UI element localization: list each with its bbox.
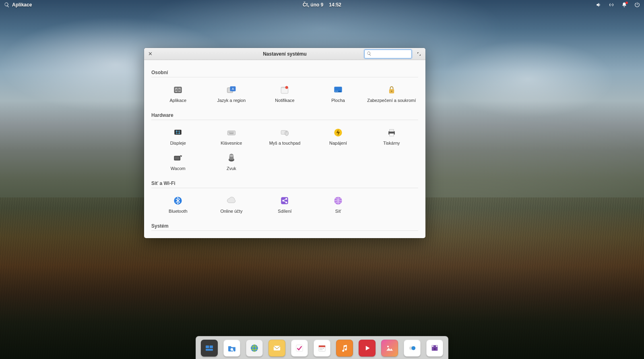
svg-rect-21: [229, 132, 229, 133]
panel-date[interactable]: Čt, úno 9: [303, 2, 323, 8]
volume-icon[interactable]: [596, 2, 601, 8]
search-input[interactable]: [373, 52, 409, 56]
settings-item-keyboard[interactable]: Klávesnice: [205, 124, 258, 149]
svg-point-9: [285, 86, 288, 89]
settings-item-printers[interactable]: Tiskárny: [365, 124, 418, 149]
notifications-settings-icon: [279, 84, 291, 96]
item-label: Displeje: [170, 141, 186, 145]
accessibility-icon: [279, 237, 291, 238]
svg-rect-17: [175, 130, 182, 135]
settings-item-displays[interactable]: Displeje: [151, 124, 205, 149]
svg-rect-55: [206, 349, 213, 351]
svg-rect-26: [229, 133, 234, 134]
notifications-icon[interactable]: [621, 2, 627, 8]
settings-item-security-privacy[interactable]: Zabezpečení a soukromí: [365, 81, 418, 107]
settings-item-power[interactable]: Napájení: [312, 124, 365, 149]
settings-item-desktop[interactable]: Plocha: [312, 81, 365, 107]
svg-point-57: [251, 344, 258, 352]
svg-rect-14: [337, 91, 338, 92]
settings-body: Osobní AB Aplikace A Jazyk a region Noti…: [144, 60, 425, 238]
section-title-system: Systém: [151, 223, 418, 229]
settings-item-user-accounts[interactable]: Uživatelské účty: [312, 235, 365, 238]
item-label: Tiskárny: [383, 141, 400, 145]
dock-calendar[interactable]: [314, 340, 330, 357]
svg-rect-20: [227, 131, 235, 135]
settings-search[interactable]: [364, 50, 412, 58]
item-label: Klávesnice: [221, 141, 242, 145]
tablet-icon: [172, 152, 184, 164]
dock-web[interactable]: [246, 340, 263, 357]
settings-item-bluetooth[interactable]: Bluetooth: [151, 192, 205, 218]
language-icon: A: [225, 84, 237, 96]
section-separator: [151, 77, 418, 77]
svg-point-67: [387, 346, 389, 347]
settings-item-sharing[interactable]: Sdílení: [258, 192, 312, 218]
settings-item-network[interactable]: Síť: [312, 192, 365, 218]
section-title-hardware: Hardware: [151, 112, 418, 118]
power-settings-icon: [332, 127, 344, 139]
svg-rect-38: [281, 197, 289, 204]
svg-rect-63: [321, 348, 322, 349]
dock-appcenter[interactable]: [426, 340, 443, 357]
svg-rect-61: [319, 346, 325, 347]
dock-music[interactable]: [336, 340, 353, 357]
settings-item-notifications[interactable]: Notifikace: [258, 81, 312, 107]
dock-multitasking[interactable]: [201, 340, 218, 357]
item-label: Zabezpečení a soukromí: [367, 98, 416, 103]
svg-rect-23: [231, 132, 231, 133]
settings-item-online-accounts[interactable]: Online účty: [205, 192, 258, 218]
parental-icon: [386, 237, 398, 238]
item-label: Aplikace: [170, 98, 187, 103]
svg-rect-62: [320, 348, 320, 349]
item-label: Zvuk: [227, 166, 236, 171]
dock-videos[interactable]: [359, 340, 376, 357]
mouse-icon: [279, 127, 291, 139]
svg-rect-25: [233, 132, 233, 133]
system-settings-window: ✕ Nastavení systému Osobní AB Aplikace: [144, 48, 425, 238]
svg-point-69: [411, 346, 415, 350]
settings-item-date-time[interactable]: Datum a čas: [151, 235, 205, 238]
panel-time[interactable]: 14:52: [329, 2, 341, 8]
settings-item-universal-access[interactable]: Univerzální přístup: [258, 235, 312, 238]
svg-rect-66: [321, 349, 322, 350]
svg-rect-74: [434, 348, 436, 350]
settings-item-mouse-touchpad[interactable]: Myš a touchpad: [258, 124, 312, 149]
desktop-icon: [332, 84, 344, 96]
svg-point-19: [179, 133, 180, 134]
share-icon: [279, 195, 291, 207]
apps-icon: AB: [172, 84, 184, 96]
svg-rect-54: [210, 346, 213, 349]
network-icon[interactable]: [609, 2, 614, 8]
dock-tasks[interactable]: [291, 340, 308, 357]
dock-settings[interactable]: [404, 340, 421, 357]
settings-item-wacom[interactable]: Wacom: [151, 149, 205, 175]
chip-icon: [225, 237, 237, 238]
svg-text:A: A: [175, 89, 178, 91]
settings-item-applications[interactable]: AB Aplikace: [151, 81, 205, 107]
item-label: Jazyk a region: [217, 98, 246, 103]
cloud-icon: [225, 195, 237, 207]
settings-item-system-info[interactable]: Systém: [205, 235, 258, 238]
section-title-network: Síť a Wi-Fi: [151, 181, 418, 186]
window-title: Nastavení systému: [263, 51, 307, 57]
section-separator: [151, 188, 418, 188]
close-button[interactable]: ✕: [147, 50, 154, 58]
window-titlebar[interactable]: ✕ Nastavení systému: [144, 48, 425, 60]
search-icon: [4, 2, 10, 8]
dock-files[interactable]: [223, 340, 240, 357]
svg-rect-53: [206, 346, 209, 349]
maximize-button[interactable]: [415, 50, 423, 58]
settings-item-sound[interactable]: Zvuk: [205, 149, 258, 175]
lock-icon: [386, 84, 398, 96]
power-icon[interactable]: [634, 2, 640, 8]
dock-mail[interactable]: [268, 340, 285, 357]
dock-photos[interactable]: [381, 340, 398, 357]
settings-item-language-region[interactable]: A Jazyk a region: [205, 81, 258, 107]
speaker-icon: [225, 152, 237, 164]
svg-rect-58: [274, 346, 280, 350]
applications-menu[interactable]: Aplikace: [4, 2, 32, 8]
settings-item-time-limits[interactable]: Časová omezení: [365, 235, 418, 238]
item-label: Napájení: [329, 141, 347, 145]
svg-rect-22: [230, 132, 231, 133]
section-separator: [151, 120, 418, 120]
